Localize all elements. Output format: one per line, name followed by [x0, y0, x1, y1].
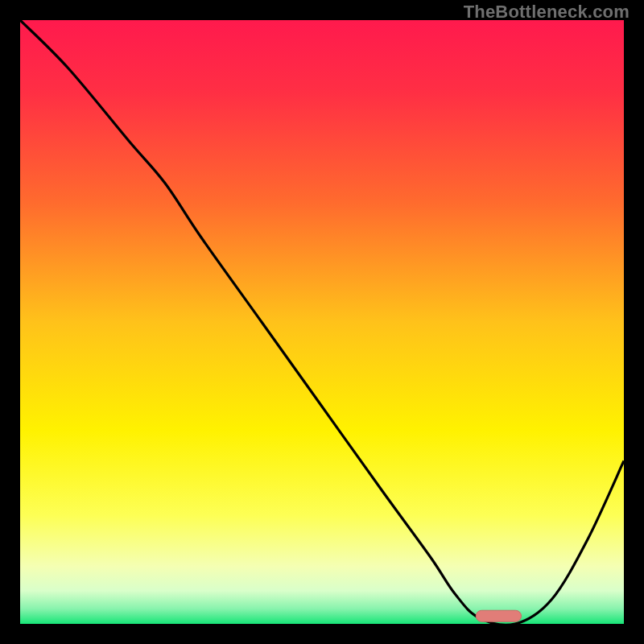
chart-frame: TheBottleneck.com — [0, 0, 644, 644]
gradient-background — [20, 20, 624, 624]
optimal-zone-marker — [476, 610, 521, 621]
bottleneck-chart — [20, 20, 624, 624]
